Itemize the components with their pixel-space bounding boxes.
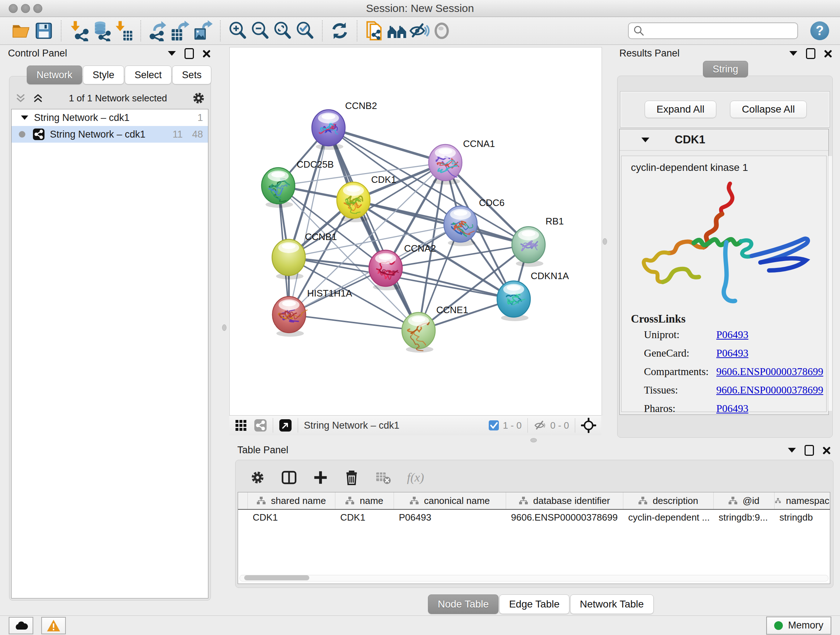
column-header-namespac[interactable]: namespac [774,492,830,509]
tab-sets[interactable]: Sets [172,65,211,84]
table-gear-icon[interactable] [250,470,265,485]
search-field[interactable] [628,22,798,39]
crosslink-link[interactable]: P06493 [716,347,748,359]
node-HIST1H1A[interactable] [272,296,307,337]
table-header-row[interactable]: shared namenamecanonical namedatabase id… [238,492,830,509]
table-cell[interactable]: stringdb [774,509,830,525]
network-tree-root-row[interactable]: String Network – cdk1 1 [11,109,208,126]
table-cell[interactable]: P06493 [393,509,506,525]
function-builder-icon[interactable]: f(x) [407,470,424,485]
hide-unselected-button[interactable] [408,19,431,42]
node-table[interactable]: shared namenamecanonical namedatabase id… [238,492,830,525]
open-session-button[interactable] [10,19,33,42]
export-table-button[interactable] [169,19,192,42]
column-header-name[interactable]: name [335,492,393,509]
node-CCNB2[interactable] [312,110,345,150]
node-CCNB1[interactable] [272,239,305,279]
column-header-description[interactable]: description [623,492,714,509]
collapse-all-button[interactable]: Collapse All [730,101,807,118]
card-scrollbar[interactable] [828,156,832,411]
search-input[interactable] [645,25,793,37]
expand-all-icon[interactable] [32,92,44,104]
selected-checkbox-icon[interactable] [488,420,499,431]
edge-HIST1H1A-CCNE1[interactable] [289,315,418,331]
cdk1-card-header[interactable]: CDK1 [620,129,829,150]
refresh-button[interactable] [328,19,351,42]
panel-close-icon[interactable] [824,50,832,57]
right-splitter-handle[interactable] [603,238,607,245]
network-tree-child-row[interactable]: String Network – cdk1 11 48 [11,126,208,143]
column-header-@id[interactable]: @id [714,492,774,509]
detach-view-icon[interactable] [279,419,292,432]
warning-status-button[interactable] [41,617,66,634]
panel-float-icon[interactable] [806,48,815,59]
zoom-selected-button[interactable] [294,19,316,42]
show-all-button[interactable] [431,19,453,42]
crosslink-link[interactable]: P06493 [716,329,748,340]
edge-CCNB2-CCNA1[interactable] [328,128,445,163]
network-graph[interactable]: CCNB2CCNA1CDC25BCDK1CDC6RB1CCNB1CCNA2CDK… [230,48,602,416]
add-column-icon[interactable] [313,470,328,485]
network-canvas[interactable]: CCNB2CCNA1CDC25BCDK1CDC6RB1CCNB1CCNA2CDK… [229,47,602,416]
table-cell[interactable]: 9606.ENSP00000378699 [506,509,623,525]
export-image-button[interactable] [192,19,214,42]
network-view-share-icon[interactable] [254,419,267,432]
table-cell[interactable]: CDK1 [335,509,393,525]
tab-string[interactable]: String [703,61,748,78]
panel-menu-icon[interactable] [789,51,797,56]
table-row[interactable]: CDK1CDK1P064939606.ENSP00000378699cyclin… [238,509,830,525]
table-hscrollbar-thumb[interactable] [244,575,309,580]
crosslink-link[interactable]: 9606.ENSP00000378699 [716,384,823,396]
tab-style[interactable]: Style [83,65,124,84]
export-network-button[interactable] [147,19,169,42]
window-minimize-button[interactable] [21,4,30,13]
import-table-file-button[interactable] [112,19,134,42]
column-header-canonical-name[interactable]: canonical name [393,492,506,509]
crosslink-link[interactable]: P06493 [716,402,748,415]
column-header-shared-name[interactable]: shared name [248,492,335,509]
table-cell[interactable]: cyclin-dependent ... [623,509,714,525]
import-network-file-button[interactable] [67,19,90,42]
birdseye-crosshair-icon[interactable] [581,418,596,433]
panel-float-icon[interactable] [805,445,814,456]
gear-icon[interactable] [192,91,205,105]
edge-CCNB2-CCNE1[interactable] [328,128,418,331]
node-CDC25B[interactable] [262,168,295,208]
panel-close-icon[interactable] [823,447,831,454]
node-RB1[interactable] [512,226,545,267]
zoom-fit-button[interactable] [271,19,294,42]
panel-close-icon[interactable] [202,50,210,57]
panel-float-icon[interactable] [185,48,194,59]
delete-column-icon[interactable] [344,470,359,485]
tab-edge-table[interactable]: Edge Table [499,594,569,614]
memory-button[interactable]: Memory [766,616,831,635]
save-session-button[interactable] [33,19,55,42]
cloud-status-button[interactable] [9,617,33,634]
panel-menu-icon[interactable] [788,448,796,453]
edge-CCNB2-HIST1H1A[interactable] [289,128,328,315]
collapse-all-icon[interactable] [14,92,27,104]
column-header-database-identifier[interactable]: database identifier [506,492,623,509]
home-button[interactable] [386,19,408,42]
card-collapse-icon[interactable] [641,138,649,142]
tab-network[interactable]: Network [27,65,82,84]
tab-node-table[interactable]: Node Table [428,594,499,614]
node-CDKN1A[interactable] [497,281,531,321]
tab-network-table[interactable]: Network Table [570,594,654,614]
import-network-database-button[interactable] [90,19,112,42]
window-close-button[interactable] [9,4,18,13]
tree-collapse-icon[interactable] [21,116,28,120]
zoom-in-button[interactable] [226,19,249,42]
tab-select[interactable]: Select [125,65,172,84]
expand-all-button[interactable]: Expand All [645,101,716,118]
network-from-file-button[interactable] [363,19,386,42]
table-hscrollbar[interactable] [240,575,829,581]
table-cell[interactable]: CDK1 [248,509,335,525]
help-button[interactable]: ? [810,21,829,40]
row-select-cell[interactable] [238,509,248,525]
show-columns-icon[interactable] [281,470,297,486]
panel-menu-icon[interactable] [168,51,176,56]
zoom-out-button[interactable] [249,19,271,42]
node-CCNA1[interactable] [429,144,462,185]
window-zoom-button[interactable] [33,4,42,13]
